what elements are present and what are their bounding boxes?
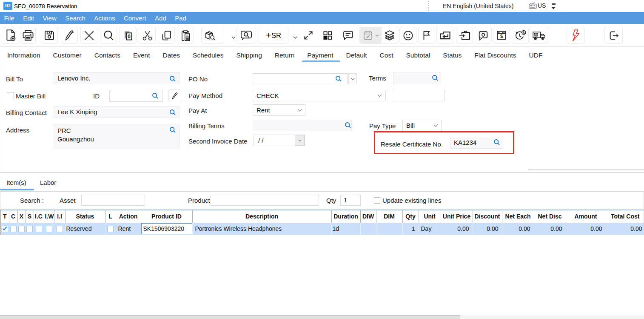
svg-text:A: A (535, 33, 537, 37)
svg-text:$: $ (500, 34, 503, 39)
svg-text:0: 0 (127, 33, 130, 39)
